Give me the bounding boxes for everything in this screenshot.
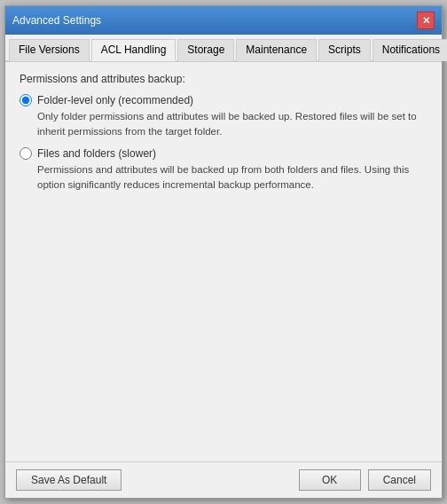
- tab-file-versions[interactable]: File Versions: [9, 39, 90, 61]
- radio-files-folders[interactable]: [20, 147, 32, 160]
- main-window: Advanced Settings ✕ File Versions ACL Ha…: [4, 5, 443, 499]
- tabs-bar: File Versions ACL Handling Storage Maint…: [5, 35, 442, 62]
- close-button[interactable]: ✕: [417, 12, 435, 29]
- option2-label-row: Files and folders (slower): [20, 147, 427, 160]
- option2-description: Permissions and attributes will be backe…: [37, 162, 427, 193]
- tab-acl-handling[interactable]: ACL Handling: [91, 39, 176, 61]
- tab-maintenance[interactable]: Maintenance: [236, 39, 317, 61]
- option2-label[interactable]: Files and folders (slower): [37, 147, 156, 160]
- window-title: Advanced Settings: [12, 14, 101, 27]
- section-title: Permissions and attributes backup:: [20, 73, 427, 85]
- title-bar: Advanced Settings ✕: [5, 6, 442, 35]
- tab-storage[interactable]: Storage: [177, 39, 234, 61]
- tab-notifications[interactable]: Notifications: [372, 39, 447, 61]
- radio-group: Folder-level only (recommended) Only fol…: [20, 94, 427, 193]
- option1-label[interactable]: Folder-level only (recommended): [37, 94, 193, 106]
- option-files-folders: Files and folders (slower) Permissions a…: [20, 147, 427, 193]
- tab-scripts[interactable]: Scripts: [318, 39, 371, 61]
- cancel-button[interactable]: Cancel: [368, 469, 431, 491]
- option1-label-row: Folder-level only (recommended): [20, 94, 427, 106]
- footer-right: OK Cancel: [299, 469, 431, 491]
- save-as-default-button[interactable]: Save As Default: [16, 469, 122, 491]
- content-area: Permissions and attributes backup: Folde…: [5, 62, 442, 461]
- ok-button[interactable]: OK: [299, 469, 361, 491]
- radio-folder-level[interactable]: [20, 94, 32, 106]
- option1-description: Only folder permissions and attributes w…: [37, 109, 427, 140]
- footer: Save As Default OK Cancel: [5, 461, 442, 498]
- footer-left: Save As Default: [16, 469, 122, 491]
- option-folder-level: Folder-level only (recommended) Only fol…: [20, 94, 427, 140]
